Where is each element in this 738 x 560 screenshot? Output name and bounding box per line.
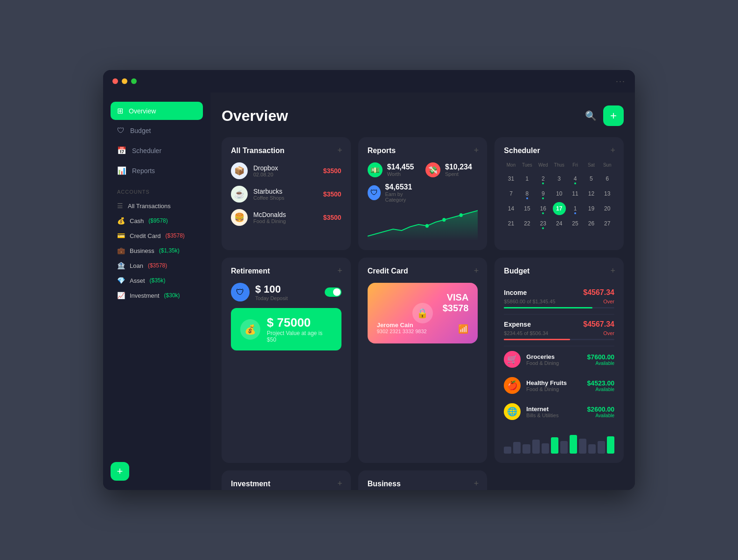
sched-day-9[interactable]: 9: [536, 187, 550, 200]
all-transaction-card: All Transaction + 📦 Dropbox 02.08.20 $35…: [222, 137, 351, 250]
scheduler-title: Scheduler: [504, 147, 614, 155]
sched-day-21[interactable]: 21: [505, 217, 518, 230]
add-main-button[interactable]: +: [603, 105, 624, 126]
sched-day-6[interactable]: 6: [601, 172, 614, 185]
sched-day-23[interactable]: 23: [536, 217, 550, 230]
mcdonalds-icon: 🍔: [231, 209, 248, 226]
credit-card-add-button[interactable]: +: [474, 266, 479, 276]
sidebar-item-budget[interactable]: 🛡 Budget: [111, 122, 203, 140]
scheduler-add-button[interactable]: +: [610, 146, 615, 155]
cash-label: Cash: [130, 217, 144, 224]
sidebar-add-button[interactable]: +: [111, 462, 129, 481]
sched-day-2[interactable]: 2: [536, 172, 550, 185]
sched-day-11[interactable]: 11: [569, 187, 582, 200]
cc-number: 9302 2321 3332 9832: [377, 329, 427, 334]
groceries-status: Available: [587, 361, 614, 366]
sched-day-3[interactable]: 3: [553, 172, 566, 185]
sched-day-4[interactable]: 4: [569, 172, 582, 185]
retirement-header: 🛡 $ 100 Today Deposit: [231, 283, 341, 301]
close-button[interactable]: [112, 78, 118, 84]
sched-day-27[interactable]: 27: [601, 217, 614, 230]
sched-day-5[interactable]: 5: [585, 172, 598, 185]
all-transaction-title: All Transaction: [231, 147, 341, 155]
all-transaction-add-button[interactable]: +: [337, 146, 342, 155]
scheduler-card: Scheduler + Mon Tues Wed Thus Fri Sat Su…: [494, 137, 624, 250]
mcdonalds-sub: Food & Dining: [253, 218, 318, 224]
minimize-button[interactable]: [122, 78, 127, 84]
sidebar-account-credit-card[interactable]: 💳 Credit Card ($3578): [111, 228, 203, 243]
expense-amount: $4567.34: [583, 320, 614, 329]
internet-status: Available: [587, 413, 614, 418]
reports-add-button[interactable]: +: [474, 146, 479, 155]
maximize-button[interactable]: [131, 78, 137, 84]
sched-day-7[interactable]: 7: [505, 187, 518, 200]
sched-day-25[interactable]: 25: [569, 217, 582, 230]
starbucks-amount: $3500: [323, 190, 341, 198]
deposit-icon: 🛡: [231, 283, 250, 301]
retirement-title: Retirement: [231, 267, 341, 275]
sched-day-20[interactable]: 20: [601, 202, 614, 215]
svg-point-2: [459, 213, 462, 217]
expense-progress-bar: [504, 339, 570, 340]
sched-day-16[interactable]: 16: [536, 202, 550, 215]
sched-day-18[interactable]: 1: [569, 202, 582, 215]
sched-day-10[interactable]: 10: [553, 187, 566, 200]
sidebar-account-loan[interactable]: 🏦 Loan ($3578): [111, 258, 203, 273]
healthy-fruits-sub: Food & Dining: [526, 386, 581, 392]
grid-icon: ⊞: [117, 106, 123, 115]
business-add-button[interactable]: +: [474, 479, 479, 489]
sched-day-14[interactable]: 14: [505, 202, 518, 215]
sidebar-item-overview[interactable]: ⊞ Overview: [111, 102, 203, 120]
retirement-project: 💰 $ 75000 Project Value at age is $50: [231, 308, 341, 350]
sched-day-1[interactable]: 1: [521, 172, 534, 185]
sidebar-account-asset[interactable]: 💎 Asset ($35k): [111, 273, 203, 288]
content-area: Overview 🔍 + All Transaction + 📦 Dropbox: [210, 92, 635, 490]
deposit-toggle[interactable]: [325, 287, 341, 297]
deposit-amount: $ 100: [255, 283, 288, 295]
scheduler-grid: Mon Tues Wed Thus Fri Sat Sun 31 1 2 3 4…: [504, 162, 614, 230]
sidebar-account-cash[interactable]: 💰 Cash ($9578): [111, 213, 203, 228]
svg-point-0: [425, 224, 428, 228]
sched-day-31[interactable]: 31: [505, 172, 518, 185]
sched-day-24[interactable]: 24: [553, 217, 566, 230]
sched-day-19[interactable]: 19: [585, 202, 598, 215]
starbucks-name: Starbucks: [253, 188, 318, 195]
accounts-section-label: Accounts: [117, 189, 196, 195]
cc-amount: $3578: [443, 303, 469, 314]
retirement-add-button[interactable]: +: [337, 266, 342, 276]
healthy-fruits-amount: $4523.00: [587, 379, 614, 387]
sidebar-account-business[interactable]: 💼 Business ($1,35k): [111, 243, 203, 258]
credit-card-amount: ($3578): [165, 232, 184, 239]
sched-day-17-today[interactable]: 17: [553, 202, 566, 215]
search-button[interactable]: 🔍: [585, 110, 597, 121]
budget-add-button[interactable]: +: [610, 266, 615, 276]
sched-day-22[interactable]: 22: [521, 217, 534, 230]
app-window: ··· ⊞ Overview 🛡 Budget 📅 Scheduler 📊 Re…: [103, 70, 635, 490]
sched-day-12[interactable]: 12: [585, 187, 598, 200]
transaction-item-starbucks: ☕ Starbucks Coffee Shops $3500: [231, 186, 341, 203]
bar-11: [598, 441, 605, 454]
asset-label: Asset: [130, 277, 145, 284]
sidebar-item-reports[interactable]: 📊 Reports: [111, 161, 203, 180]
earn-icon: 🛡: [368, 185, 381, 200]
bar-9: [579, 439, 586, 454]
sidebar-item-scheduler[interactable]: 📅 Scheduler: [111, 141, 203, 160]
investment-card: Investment + 💵 $ 30,657 Market Value $ 5…: [222, 470, 351, 490]
reports-card: Reports + 💵 $14,455 Worth 💸: [358, 137, 487, 250]
earn-label: Earn by Category: [385, 191, 420, 203]
sched-header-fri: Fri: [568, 162, 582, 170]
sched-header-sat: Sat: [584, 162, 598, 170]
credit-card-icon: 💳: [117, 232, 125, 239]
sched-day-8[interactable]: 8: [521, 187, 534, 200]
retirement-deposit: 🛡 $ 100 Today Deposit: [231, 283, 288, 301]
investment-add-button[interactable]: +: [337, 479, 342, 489]
sidebar-account-all-transactions[interactable]: ☰ All Transactions: [111, 198, 203, 213]
expense-name: Expense: [504, 321, 531, 328]
sched-day-26[interactable]: 26: [585, 217, 598, 230]
reports-title: Reports: [368, 147, 478, 155]
sched-day-15[interactable]: 15: [521, 202, 534, 215]
sidebar-account-investment[interactable]: 📈 Investment ($30k): [111, 288, 203, 303]
starbucks-icon: ☕: [231, 186, 248, 203]
bar-3: [522, 444, 530, 454]
sched-day-13[interactable]: 13: [601, 187, 614, 200]
